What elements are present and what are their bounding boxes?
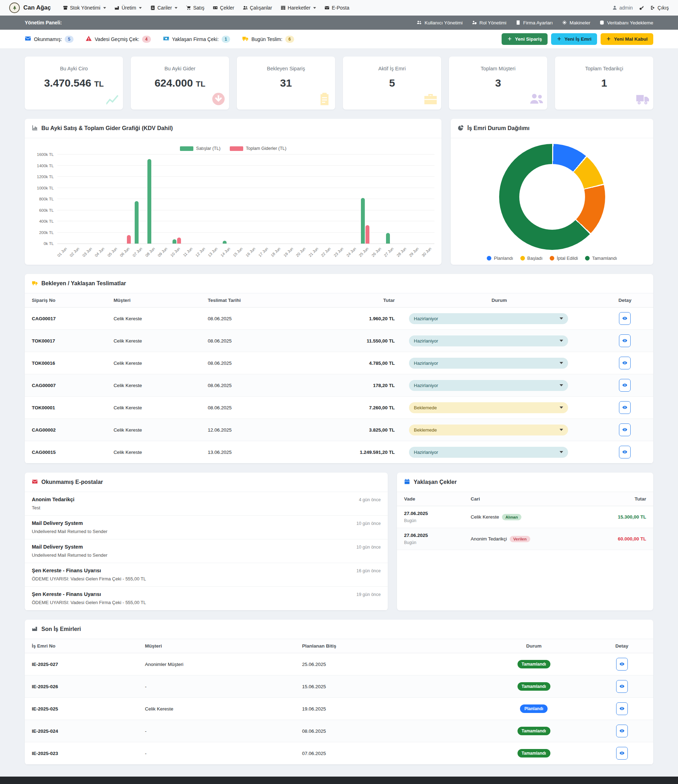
stat-label: Toplam Tedarikçi xyxy=(561,66,648,72)
plus-icon xyxy=(606,36,611,42)
status-select[interactable]: Beklemede xyxy=(409,425,568,436)
navbar-right: admin Çıkış xyxy=(612,5,669,11)
email-list-item[interactable]: Şen Kereste - Finans Uyarısı19 gün önceÖ… xyxy=(25,587,388,610)
status-select[interactable]: Hazirlaniyor xyxy=(409,358,568,369)
new-work-order-button[interactable]: Yeni İş Emri xyxy=(551,33,597,45)
check-type-badge: Verilen xyxy=(510,536,530,542)
new-order-button[interactable]: Yeni Sipariş xyxy=(502,33,547,45)
email-list-item[interactable]: Anonim Tedarikçi4 gün önceTest xyxy=(25,492,388,516)
admin-link-makineler[interactable]: Makineler xyxy=(562,20,590,25)
order-no: CAG00015 xyxy=(25,441,106,464)
navbar-item-üretim[interactable]: Üretim xyxy=(111,3,145,13)
admin-link-rol-yönetimi[interactable]: Rol Yönetimi xyxy=(472,20,507,25)
bar-group xyxy=(57,154,70,244)
column-header: Tutar xyxy=(584,492,653,506)
y-tick-label: 400k TL xyxy=(39,219,54,223)
x-tick: 15 Jun xyxy=(233,244,246,259)
stat-cards-row: Bu Ayki Ciro3.470.546 TLBu Ayki Gider624… xyxy=(25,56,653,110)
x-tick: 05 Jun xyxy=(107,244,120,259)
logout-button[interactable]: Çıkış xyxy=(650,5,669,11)
customer: Celik Kereste xyxy=(106,330,201,352)
status-badge: Tamamlandı xyxy=(518,682,550,691)
chevron-down-icon xyxy=(103,7,106,9)
bar-group xyxy=(384,154,397,244)
y-tick-label: 0k TL xyxy=(44,241,54,246)
navbar-item-çekler[interactable]: Çekler xyxy=(209,3,238,13)
new-goods-receipt-button[interactable]: Yeni Mal Kabul xyxy=(600,33,653,45)
bar-group xyxy=(372,154,384,244)
delivery-date: 08.06.2025 xyxy=(201,352,308,374)
sales-chart-title: Bu Ayki Satış & Toplam Gider Grafiği (KD… xyxy=(41,125,173,132)
customer: Celik Kereste xyxy=(106,441,201,464)
eye-icon xyxy=(622,360,627,366)
navbar-item-stok-yönetimi[interactable]: Stok Yönetimi xyxy=(59,3,110,13)
alert-count-badge: 1 xyxy=(222,36,230,43)
table-row: IE-2025-024-08.06.2025Tamamlandı xyxy=(25,720,653,742)
detail-button[interactable] xyxy=(619,312,631,325)
wo-customer: - xyxy=(138,720,295,742)
x-tick: 29 Jun xyxy=(409,244,422,259)
brand[interactable]: Can Ağaç xyxy=(9,3,51,13)
status-select[interactable]: Beklemede xyxy=(409,402,568,413)
admin-link-veritabanı-yedekleme[interactable]: Veritabanı Yedekleme xyxy=(600,20,653,25)
y-tick-label: 1000k TL xyxy=(37,186,54,190)
detail-button[interactable] xyxy=(616,747,628,760)
brand-logo-icon xyxy=(9,3,20,13)
detail-button[interactable] xyxy=(619,334,631,347)
status-select[interactable]: Hazirlaniyor xyxy=(409,313,568,324)
detail-button[interactable] xyxy=(619,379,631,392)
email-list-item[interactable]: Şen Kereste - Finans Uyarısı16 gün önceÖ… xyxy=(25,563,388,587)
alert-label: Vadesi Geçmiş Çek: xyxy=(95,36,139,42)
email-list-item[interactable]: Mail Delivery System10 gün önceUndeliver… xyxy=(25,516,388,540)
alert-count-badge: 5 xyxy=(65,36,73,43)
chart-legend: Satışlar (TL)Toplam Giderler (TL) xyxy=(32,146,434,151)
bar-group xyxy=(208,154,221,244)
admin-link-kullanıcı-yönetimi[interactable]: Kullanıcı Yönetimi xyxy=(417,20,462,25)
email-sender: Mail Delivery System xyxy=(32,544,83,550)
bar-sat-lar-tl- xyxy=(386,233,390,244)
chevron-down-icon xyxy=(560,317,563,319)
status-select[interactable]: Hazirlaniyor xyxy=(409,336,568,346)
detail-button[interactable] xyxy=(616,680,628,693)
truck-icon xyxy=(636,92,650,107)
amount: 7.260,00 TL xyxy=(308,397,402,419)
unread-emails-card: Okunmamış E-postalar Anonim Tedarikçi4 g… xyxy=(25,473,388,610)
detail-button[interactable] xyxy=(619,423,631,436)
detail-button[interactable] xyxy=(616,658,628,670)
wo-planned-end: 15.06.2025 xyxy=(295,675,477,698)
user-menu[interactable]: admin xyxy=(612,5,633,11)
upcoming-checks-card: Yaklaşan Çekler VadeCariTutar 27.06.2025… xyxy=(397,473,653,610)
email-time: 10 gün önce xyxy=(356,521,381,526)
email-list-item[interactable]: Mail Delivery System10 gün önceUndeliver… xyxy=(25,540,388,563)
column-header: Durum xyxy=(477,639,590,653)
detail-button[interactable] xyxy=(616,725,628,737)
status-select[interactable]: Hazirlaniyor xyxy=(409,447,568,458)
detail-button[interactable] xyxy=(619,401,631,414)
y-tick-label: 600k TL xyxy=(39,208,54,212)
navbar-item-hareketler[interactable]: Hareketler xyxy=(277,3,320,13)
donut-legend: PlanlandıBaşladıİptal EdildiTamamlandı xyxy=(487,255,617,261)
navbar-item-cariler[interactable]: Cariler xyxy=(147,3,181,13)
navbar-item-çalışanlar[interactable]: Çalışanlar xyxy=(239,3,276,13)
bar-group xyxy=(145,154,158,244)
admin-link-firma-ayarları[interactable]: Firma Ayarları xyxy=(516,20,553,25)
chevron-down-icon xyxy=(313,7,316,9)
password-button[interactable] xyxy=(639,5,644,10)
bar-group xyxy=(334,154,347,244)
eye-icon xyxy=(619,684,625,690)
detail-button[interactable] xyxy=(619,446,631,459)
table-row: TOK00016Celik Kereste08.06.20254.785,00 … xyxy=(25,352,653,374)
bar-toplam-giderler-tl- xyxy=(177,238,181,244)
navbar-item-e-posta[interactable]: E-Posta xyxy=(321,3,353,13)
wo-planned-end: 07.06.2025 xyxy=(295,742,477,765)
stat-value: 3.470.546 TL xyxy=(30,77,117,89)
status-select[interactable]: Hazirlaniyor xyxy=(409,380,568,391)
detail-button[interactable] xyxy=(619,357,631,369)
delivery-date: 08.06.2025 xyxy=(201,308,308,330)
deliveries-table: Sipariş NoMüşteriTeslimat TarihiTutarDur… xyxy=(25,293,653,464)
detail-button[interactable] xyxy=(616,702,628,715)
y-tick-label: 1400k TL xyxy=(37,164,54,168)
navbar-item-satış[interactable]: Satış xyxy=(182,3,208,13)
x-tick: 04 Jun xyxy=(95,244,108,259)
bar-group xyxy=(82,154,95,244)
